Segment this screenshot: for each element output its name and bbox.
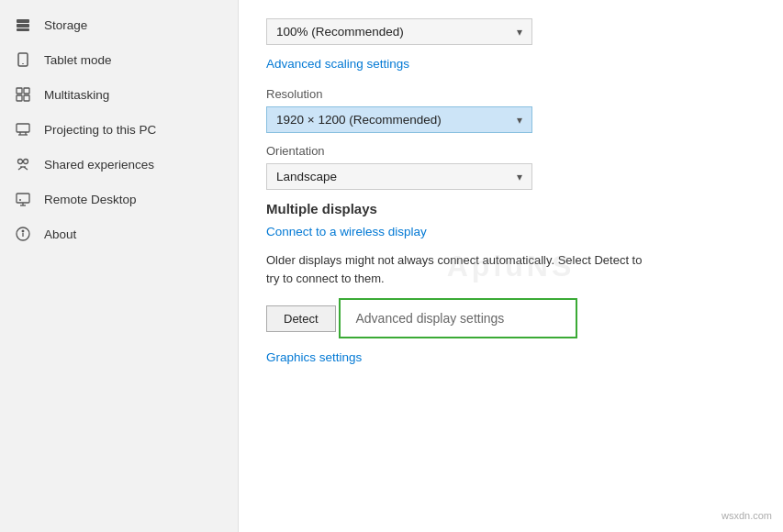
sidebar-item-remote-desktop[interactable]: Remote Desktop <box>0 182 238 216</box>
svg-rect-0 <box>17 19 29 23</box>
graphics-settings-link[interactable]: Graphics settings <box>266 350 362 364</box>
sidebar-item-shared-experiences[interactable]: Shared experiences <box>0 147 238 182</box>
svg-point-24 <box>22 230 24 232</box>
sidebar-item-label: About <box>44 227 76 241</box>
tablet-mode-icon <box>15 51 31 68</box>
advanced-display-settings-box[interactable]: Advanced display settings <box>339 298 577 338</box>
multitasking-icon <box>15 86 31 103</box>
advanced-display-settings-label: Advanced display settings <box>355 311 504 326</box>
svg-rect-18 <box>17 194 29 203</box>
shared-experiences-icon <box>15 156 31 172</box>
multiple-displays-title: Multiple displays <box>266 201 755 216</box>
resolution-dropdown[interactable]: 1920 × 1200 (Recommended) ▾ <box>266 106 532 133</box>
about-icon <box>15 226 31 242</box>
connect-wireless-link[interactable]: Connect to a wireless display <box>266 225 427 238</box>
svg-point-13 <box>18 160 23 164</box>
orientation-label: Orientation <box>266 144 755 158</box>
sidebar: Storage Tablet mode Multitasking Project… <box>0 0 239 532</box>
svg-point-14 <box>24 160 28 164</box>
resolution-chevron-icon: ▾ <box>517 114 522 127</box>
sidebar-item-label: Remote Desktop <box>44 193 137 206</box>
sidebar-item-about[interactable]: About <box>0 216 238 251</box>
resolution-label: Resolution <box>266 87 755 101</box>
sidebar-item-label: Projecting to this PC <box>44 123 156 137</box>
svg-rect-2 <box>17 28 29 31</box>
sidebar-item-tablet-mode[interactable]: Tablet mode <box>0 42 238 77</box>
sidebar-item-label: Multitasking <box>44 88 109 102</box>
storage-icon <box>15 17 31 33</box>
svg-rect-8 <box>24 95 29 101</box>
svg-rect-5 <box>17 88 22 94</box>
main-panel: 100% (Recommended) ▾ Advanced scaling se… <box>239 0 783 532</box>
detect-button[interactable]: Detect <box>266 305 336 332</box>
svg-rect-7 <box>17 95 22 101</box>
sidebar-item-label: Tablet mode <box>44 53 112 67</box>
svg-rect-1 <box>17 24 29 28</box>
sidebar-item-storage[interactable]: Storage <box>0 7 238 42</box>
remote-desktop-icon <box>15 191 31 207</box>
orientation-chevron-icon: ▾ <box>517 171 522 183</box>
advanced-scaling-link[interactable]: Advanced scaling settings <box>266 57 409 71</box>
resolution-value: 1920 × 1200 (Recommended) <box>276 113 442 127</box>
main-content-wrap: ApluNS 100% (Recommended) ▾ Advanced sca… <box>239 0 783 532</box>
orientation-value: Landscape <box>276 170 337 183</box>
sidebar-item-label: Storage <box>44 18 87 32</box>
projecting-icon <box>15 121 31 138</box>
sidebar-item-label: Shared experiences <box>44 158 154 172</box>
scale-chevron-icon: ▾ <box>517 26 522 39</box>
sidebar-item-projecting[interactable]: Projecting to this PC <box>0 112 238 147</box>
svg-rect-9 <box>17 124 29 132</box>
sidebar-item-multitasking[interactable]: Multitasking <box>0 77 238 112</box>
scale-dropdown[interactable]: 100% (Recommended) ▾ <box>266 18 532 45</box>
svg-rect-6 <box>24 88 29 94</box>
orientation-dropdown[interactable]: Landscape ▾ <box>266 163 532 190</box>
scale-value: 100% (Recommended) <box>276 25 404 39</box>
description-text: Older displays might not always connect … <box>266 251 652 287</box>
